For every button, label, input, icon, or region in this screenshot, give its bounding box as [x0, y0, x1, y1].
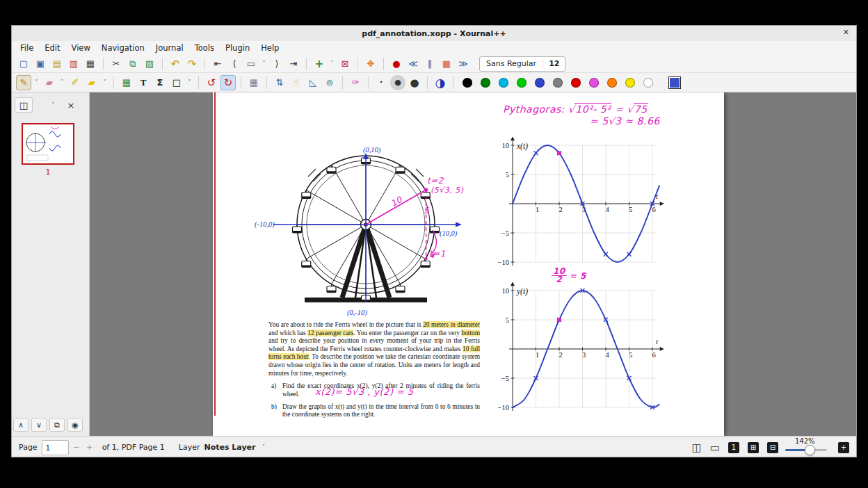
hand-tool-icon[interactable]: ☝: [289, 75, 304, 90]
zoom-slider[interactable]: 142%: [785, 437, 830, 458]
menu-navigation[interactable]: Navigation: [96, 42, 150, 54]
color-swatch-#007f00[interactable]: [481, 78, 490, 88]
menu-view[interactable]: View: [66, 42, 96, 54]
color-swatch-#00cc00[interactable]: [517, 78, 527, 88]
layer-select[interactable]: Notes Layer: [204, 443, 255, 452]
cut-icon[interactable]: ✂: [108, 56, 124, 72]
sidebar-focus-icon[interactable]: ◉: [67, 418, 83, 432]
menu-edit[interactable]: Edit: [39, 42, 65, 54]
menu-file[interactable]: File: [15, 42, 39, 54]
insert-image-icon[interactable]: ▦: [119, 75, 134, 90]
thickness-medium-icon[interactable]: ●: [390, 75, 405, 90]
thickness-fine-icon[interactable]: •: [373, 75, 389, 90]
previous-page-icon[interactable]: ⟨: [227, 56, 242, 72]
menu-journal[interactable]: Journal: [150, 42, 189, 54]
page-spinner-caret-icon[interactable]: ˅: [260, 56, 268, 72]
zoom-100-button[interactable]: 1: [728, 442, 739, 453]
sqrt-symbol: √: [627, 104, 633, 115]
thickness-thick-icon[interactable]: ●: [407, 75, 422, 90]
color-swatch-#000000[interactable]: [463, 78, 472, 88]
compass-tool-icon[interactable]: ⊚: [322, 75, 337, 90]
marker-options-caret-icon[interactable]: ˅: [101, 75, 108, 90]
font-family-value[interactable]: Sans Regular: [480, 59, 542, 68]
rewind-icon[interactable]: ≪: [405, 56, 421, 72]
undo-icon[interactable]: ↶: [168, 56, 183, 72]
color-swatch-#00b7e8[interactable]: [499, 78, 508, 88]
pen-options-caret-icon[interactable]: ˅: [33, 75, 40, 90]
print-icon[interactable]: ▦: [83, 56, 98, 72]
export-pdf-icon[interactable]: ▥: [66, 56, 81, 72]
close-window-button[interactable]: ✕: [843, 28, 849, 37]
layer-caret-icon[interactable]: ˅: [259, 440, 267, 455]
font-selector[interactable]: Sans Regular 12: [479, 56, 565, 72]
eraser-options-caret-icon[interactable]: ˅: [58, 75, 66, 90]
current-color-swatch[interactable]: [668, 76, 681, 89]
add-page-caret-icon[interactable]: ˅: [328, 56, 336, 72]
separator: [306, 58, 307, 70]
snap-to-grid-icon[interactable]: ▦: [246, 75, 262, 90]
sidebar-down-icon[interactable]: ∨: [31, 418, 47, 432]
page-increment-button[interactable]: +: [84, 442, 95, 453]
eraser-tool-icon[interactable]: ▰: [42, 75, 57, 90]
record-audio-icon[interactable]: ●: [389, 56, 404, 72]
item-b-text: Draw the graphs of x(t) and y(t) in the …: [282, 403, 480, 419]
sidebar-close-icon[interactable]: ×: [63, 98, 79, 112]
next-page-icon[interactable]: ⟩: [269, 56, 284, 72]
pdf-page[interactable]: Pythagoras: √10²- 5² = √75 = 5√3 ≈ 8.66 …: [213, 92, 724, 436]
paste-icon[interactable]: ▧: [142, 56, 157, 72]
pause-icon[interactable]: ‖: [422, 56, 437, 72]
menu-plugin[interactable]: Plugin: [220, 42, 255, 54]
fill-toggle-icon[interactable]: ◑: [433, 75, 448, 90]
color-swatch-#e54ce0[interactable]: [589, 78, 599, 88]
rotation-snapping-icon[interactable]: ↺: [204, 75, 219, 90]
sidebar-caret-icon[interactable]: ˅: [49, 97, 57, 113]
pen-tool-icon[interactable]: ✎: [16, 75, 31, 90]
highlighter-tool-icon[interactable]: ✐: [67, 75, 83, 90]
color-swatch-#808080[interactable]: [553, 78, 563, 88]
color-swatch-#3045c9[interactable]: [535, 78, 545, 88]
setsquare-tool-icon[interactable]: ◺: [305, 75, 321, 90]
save-icon[interactable]: ▣: [33, 56, 48, 72]
sidebar-duplicate-icon[interactable]: ⧉: [49, 418, 65, 432]
spline-tool-icon[interactable]: ✑: [348, 75, 363, 90]
last-page-icon[interactable]: ⇥: [286, 56, 301, 72]
dual-page-toggle-icon[interactable]: ◫: [692, 441, 702, 454]
copy-icon[interactable]: ⧉: [125, 56, 140, 72]
tex-tool-icon[interactable]: Σ: [152, 75, 168, 90]
sidebar-pages-icon[interactable]: ◫: [15, 97, 33, 113]
shape-tool-icon[interactable]: □: [169, 75, 184, 90]
fullscreen-icon[interactable]: ✥: [363, 56, 378, 72]
menu-help[interactable]: Help: [255, 42, 284, 54]
open-icon[interactable]: ▤: [49, 56, 65, 72]
stop-icon[interactable]: ■: [439, 56, 454, 72]
grid-snapping-icon[interactable]: ↻: [220, 75, 236, 90]
color-swatch-#f7e400[interactable]: [625, 78, 635, 88]
first-page-icon[interactable]: ⇤: [210, 56, 225, 72]
sidebar-up-icon[interactable]: ∧: [13, 418, 29, 432]
page-spinner-icon[interactable]: ▭: [243, 56, 259, 72]
zoom-slider-handle[interactable]: [805, 445, 815, 455]
zoom-fit-width-button[interactable]: ⊟: [767, 442, 778, 453]
page-info: of 1, PDF Page 1: [102, 443, 165, 452]
new-file-icon[interactable]: ▢: [16, 56, 31, 72]
presentation-mode-icon[interactable]: ▭: [710, 441, 720, 454]
zoom-in-button[interactable]: +: [838, 442, 849, 453]
font-size-value[interactable]: 12: [542, 59, 565, 68]
redo-icon[interactable]: ↷: [184, 56, 200, 72]
menu-tools[interactable]: Tools: [189, 42, 220, 54]
vertical-space-tool-icon[interactable]: ⇅: [272, 75, 287, 90]
fast-forward-icon[interactable]: ≫: [456, 56, 471, 72]
add-page-icon[interactable]: +: [312, 56, 327, 72]
page-thumbnail[interactable]: [22, 123, 74, 165]
zoom-fit-page-button[interactable]: ⊞: [748, 442, 759, 453]
delete-page-icon[interactable]: ⊠: [337, 56, 353, 72]
color-swatch-#ffffff[interactable]: [643, 78, 653, 88]
page-decrement-button[interactable]: −: [71, 442, 82, 453]
shape-options-caret-icon[interactable]: ˅: [186, 75, 193, 90]
page-number-input[interactable]: [42, 440, 69, 455]
color-swatch-#e00000[interactable]: [571, 78, 581, 88]
document-area[interactable]: Pythagoras: √10²- 5² = √75 = 5√3 ≈ 8.66 …: [90, 92, 857, 436]
marker-tool-icon[interactable]: ▰: [84, 75, 99, 90]
color-swatch-#ff8000[interactable]: [607, 78, 617, 88]
text-tool-icon[interactable]: T: [136, 75, 151, 90]
